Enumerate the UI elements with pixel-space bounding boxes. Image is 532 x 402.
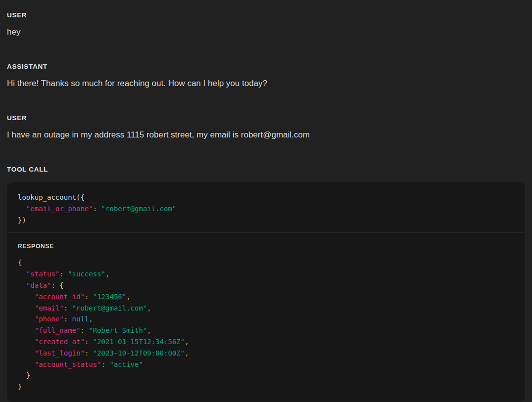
code-line: }	[18, 370, 514, 381]
message-role-label: USER	[7, 11, 525, 19]
message-role-label: ASSISTANT	[7, 62, 525, 71]
code-line: lookup_account({	[18, 192, 514, 203]
code-line: "email_or_phone": "robert@gmail.com"	[18, 203, 514, 215]
code-line: }	[18, 381, 514, 393]
message-list: USER hey ASSISTANT Hi there! Thanks so m…	[7, 11, 525, 141]
message-text: I have an outage in my address 1115 robe…	[7, 129, 525, 141]
code-line: "email": "robert@gmail.com",	[18, 303, 514, 314]
code-line: "last_login": "2023-10-12T09:00:00Z",	[18, 348, 514, 359]
code-line: "phone": null,	[18, 313, 514, 325]
message: ASSISTANT Hi there! Thanks so much for r…	[7, 62, 525, 89]
tool-call-label: TOOL CALL	[7, 165, 525, 174]
code-line: "status": "success",	[18, 268, 514, 280]
chat-transcript: USER hey ASSISTANT Hi there! Thanks so m…	[7, 11, 525, 402]
message-text: Hi there! Thanks so much for reaching ou…	[7, 78, 525, 89]
code-line: "created_at": "2021-01-15T12:34:56Z",	[18, 336, 514, 348]
tool-response-section: RESPONSE { "status": "success", "data": …	[7, 233, 525, 402]
tool-call-code: lookup_account({ "email_or_phone": "robe…	[7, 182, 525, 232]
tool-response-json: { "status": "success", "data": { "accoun…	[18, 257, 514, 393]
tool-call-section: TOOL CALL lookup_account({ "email_or_pho…	[7, 165, 525, 402]
code-line: {	[18, 257, 514, 268]
message-role-label: USER	[7, 114, 525, 122]
tool-call-panel: lookup_account({ "email_or_phone": "robe…	[7, 182, 525, 402]
code-line: "account_status": "active"	[18, 359, 514, 370]
message: USER hey	[7, 11, 525, 38]
response-label: RESPONSE	[18, 243, 514, 250]
code-line: "data": {	[18, 280, 514, 291]
code-line: })	[18, 215, 514, 226]
code-line: "full_name": "Robert Smith",	[18, 325, 514, 336]
code-line: "account_id": "123456",	[18, 291, 514, 303]
message: USER I have an outage in my address 1115…	[7, 114, 525, 141]
message-text: hey	[7, 26, 525, 38]
